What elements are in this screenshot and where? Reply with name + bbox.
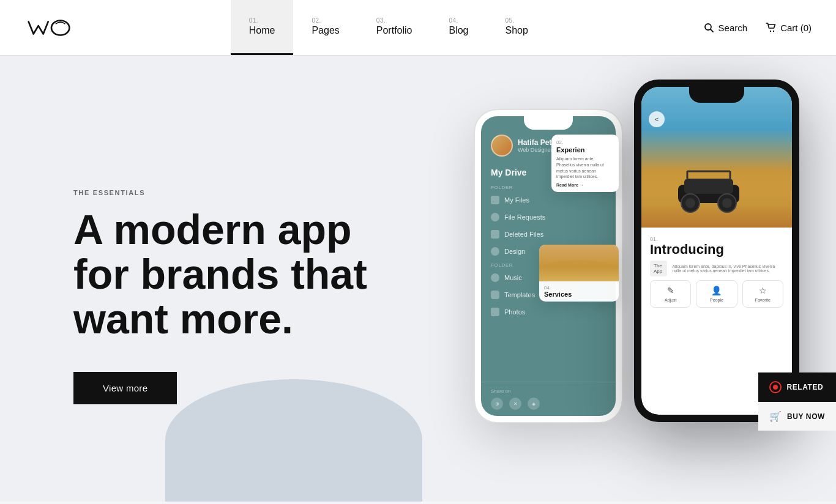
phone2-hero-image: <: [641, 87, 792, 228]
favorite-label: Favorite: [755, 298, 771, 302]
hero-text: THE ESSENTIALS A modern app for brands t…: [73, 189, 392, 404]
services-overlay-image: [539, 245, 619, 281]
hero-title: A modern app for brands that want more.: [73, 207, 392, 341]
people-label: People: [710, 298, 723, 302]
nav-label-shop: Shop: [506, 25, 528, 36]
experience-overlay-card: 02. Experien Aliquam lorem ante, Phasell…: [551, 135, 619, 192]
related-dot-inner: [773, 385, 778, 390]
design-icon: [491, 247, 499, 256]
svg-point-14: [722, 198, 732, 208]
app-label: The App: [650, 261, 667, 276]
user-avatar: [491, 135, 513, 157]
svc-overlay-title: Services: [544, 291, 614, 298]
main-nav: 01. Home 02. Pages 03. Portfolio 04. Blo…: [231, 0, 547, 55]
hero-section: THE ESSENTIALS A modern app for brands t…: [0, 55, 836, 502]
svg-point-0: [51, 20, 69, 35]
services-overlay-card: 04. Services: [539, 245, 619, 302]
adjust-icon: ✎: [667, 286, 674, 295]
design-label: Design: [504, 248, 525, 255]
cart-label: Cart (0): [780, 23, 812, 33]
cart-button[interactable]: Cart (0): [766, 23, 812, 33]
cart-icon: [766, 23, 777, 32]
svg-point-5: [539, 260, 619, 281]
svg-rect-7: [684, 179, 733, 194]
buy-cart-icon: 🛒: [769, 410, 782, 422]
deleted-files-label: Deleted Files: [504, 231, 543, 238]
svg-point-12: [685, 198, 695, 208]
search-button[interactable]: Search: [704, 23, 748, 33]
my-files-icon: [491, 196, 499, 204]
svc-overlay-num: 04.: [544, 285, 614, 291]
nav-label-home: Home: [249, 25, 275, 36]
nav-item-portfolio[interactable]: 03. Portfolio: [358, 0, 431, 55]
phone2-action-adjust[interactable]: ✎ Adjust: [650, 280, 691, 308]
adjust-label: Adjust: [665, 298, 676, 302]
photos-item[interactable]: Photos: [481, 303, 616, 321]
buy-now-button[interactable]: 🛒 BUY NOW: [758, 402, 836, 431]
nav-label-pages: Pages: [312, 25, 339, 36]
hero-eyebrow: THE ESSENTIALS: [73, 189, 392, 196]
svg-point-3: [770, 31, 771, 32]
phones-display: Hatifa Peterson Web Designer › My Drive …: [475, 73, 799, 422]
header-actions: Search Cart (0): [704, 23, 812, 33]
nav-label-blog: Blog: [449, 25, 468, 36]
phone2-actions: ✎ Adjust 👤 People ☆ Favorite: [650, 280, 783, 308]
related-button[interactable]: RELATED: [758, 372, 836, 402]
exp-overlay-title: Experien: [556, 146, 614, 154]
favorite-icon: ☆: [759, 286, 767, 295]
phone2-action-people[interactable]: 👤 People: [696, 280, 737, 308]
nav-item-pages[interactable]: 02. Pages: [293, 0, 357, 55]
site-header: 01. Home 02. Pages 03. Portfolio 04. Blo…: [0, 0, 836, 55]
nav-num-blog: 04.: [449, 17, 458, 24]
nav-num-home: 01.: [249, 17, 258, 24]
social-icon-3[interactable]: ◈: [528, 398, 540, 410]
music-label: Music: [504, 274, 522, 281]
deleted-files-icon: [491, 230, 499, 239]
exp-overlay-link[interactable]: Read More →: [556, 183, 614, 187]
share-label: Share on: [491, 388, 606, 394]
deleted-files-item[interactable]: Deleted Files: [481, 226, 616, 243]
nav-label-portfolio: Portfolio: [376, 25, 412, 36]
related-label: RELATED: [786, 383, 823, 391]
phone2-back-button[interactable]: <: [649, 111, 665, 127]
nav-item-home[interactable]: 01. Home: [231, 0, 294, 55]
file-requests-label: File Requests: [504, 213, 545, 221]
search-label: Search: [718, 23, 748, 33]
nav-item-blog[interactable]: 04. Blog: [430, 0, 487, 55]
view-more-button[interactable]: View more: [73, 372, 177, 404]
music-icon: [491, 273, 499, 282]
file-requests-item[interactable]: File Requests: [481, 209, 616, 226]
photos-icon: [491, 308, 499, 316]
related-dot: [769, 381, 782, 393]
templates-icon: [491, 291, 499, 299]
people-icon: 👤: [711, 286, 722, 295]
exp-overlay-num: 02.: [556, 139, 614, 145]
phone2-action-favorite[interactable]: ☆ Favorite: [742, 280, 783, 308]
phone2-notch: [689, 87, 744, 103]
svg-point-4: [773, 31, 774, 32]
templates-label: Templates: [504, 291, 535, 298]
nav-num-pages: 02.: [312, 17, 321, 24]
file-requests-icon: [491, 213, 499, 221]
phone2-title: Introducing: [650, 242, 783, 257]
phone-2: < 01. Introducing The App Aliquam lorem …: [634, 80, 799, 422]
nav-item-shop[interactable]: 05. Shop: [487, 0, 547, 55]
photos-label: Photos: [504, 308, 525, 316]
svg-line-2: [711, 29, 713, 32]
social-icon-1[interactable]: ⊕: [491, 398, 503, 410]
phone1-notch: [524, 116, 573, 130]
phone2-desc: Aliquam lorem ante, dapibus in, vive Pha…: [672, 264, 783, 273]
nav-num-portfolio: 03.: [376, 17, 386, 24]
nav-num-shop: 05.: [506, 17, 515, 24]
my-files-item[interactable]: My Files: [481, 191, 616, 209]
my-files-label: My Files: [504, 196, 529, 204]
buy-label: BUY NOW: [787, 412, 825, 421]
logo[interactable]: [24, 14, 73, 42]
side-buttons: RELATED 🛒 BUY NOW: [758, 372, 836, 431]
exp-overlay-text: Aliquam lorem ante, Phasellus viverra nu…: [556, 156, 614, 180]
search-icon: [704, 23, 714, 32]
social-icon-2[interactable]: ✕: [509, 398, 521, 410]
